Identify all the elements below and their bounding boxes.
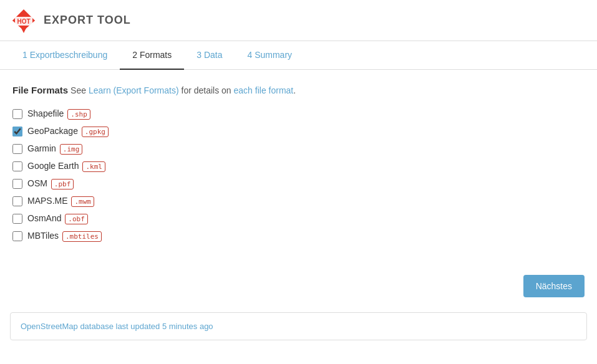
section-description: See Learn (Export Formats) for details o… (70, 85, 296, 95)
osmand-checkbox[interactable] (12, 214, 22, 224)
format-name: MBTiles (27, 231, 59, 241)
format-badge: .kml (82, 161, 105, 172)
hot-logo-icon: HOT (10, 7, 37, 34)
button-row: Nächstes (0, 265, 597, 307)
shapefile-label[interactable]: Shapefile .shp (27, 108, 90, 120)
osm-label[interactable]: OSM .pbf (27, 178, 74, 189)
svg-marker-4 (21, 28, 26, 33)
format-name: MAPS.ME (27, 196, 68, 206)
tab-exportbeschreibung[interactable]: 1 Exportbeschreibung (10, 41, 120, 70)
osmand-label[interactable]: OsmAnd .obf (27, 213, 88, 224)
formats-content: File Formats See Learn (Export Formats) … (0, 70, 597, 260)
format-badge: .mbtiles (62, 231, 102, 242)
app-header: HOT EXPORT TOOL (0, 0, 597, 41)
mbtiles-checkbox[interactable] (12, 231, 22, 241)
format-badge: .obf (65, 214, 88, 224)
learn-link[interactable]: Learn (Export Formats) (89, 85, 179, 95)
section-title: File Formats (12, 85, 68, 95)
osm-checkbox[interactable] (12, 179, 22, 189)
status-text: OpenStreetMap database last updated 5 mi… (21, 322, 213, 331)
format-badge: .gpkg (82, 127, 109, 137)
format-name: Garmin (27, 143, 56, 153)
format-list: Shapefile .shp GeoPackage .gpkg Garmin .… (12, 105, 585, 245)
geopackage-checkbox[interactable] (12, 127, 22, 136)
tab-summary[interactable]: 4 Summary (235, 41, 304, 70)
app-title: EXPORT TOOL (44, 14, 131, 27)
garmin-checkbox[interactable] (12, 144, 22, 154)
format-name: GeoPackage (27, 126, 78, 136)
mbtiles-label[interactable]: MBTiles .mbtiles (27, 231, 102, 242)
list-item: Shapefile .shp (12, 105, 585, 123)
list-item: OSM .pbf (12, 175, 585, 193)
list-item: Google Earth .kml (12, 158, 585, 175)
format-name: Shapefile (27, 108, 64, 118)
format-badge: .img (60, 144, 83, 155)
desc-middle: for details on (179, 85, 234, 95)
format-badge: .mwm (71, 196, 94, 207)
status-bar: OpenStreetMap database last updated 5 mi… (10, 312, 587, 340)
list-item: OsmAnd .obf (12, 210, 585, 228)
garmin-label[interactable]: Garmin .img (27, 143, 82, 155)
format-badge: .pbf (51, 179, 74, 189)
google-earth-label[interactable]: Google Earth .kml (27, 161, 105, 172)
mapsme-label[interactable]: MAPS.ME .mwm (27, 196, 94, 207)
each-format-link[interactable]: each file format (234, 85, 294, 95)
list-item: GeoPackage .gpkg (12, 123, 585, 140)
desc-prefix: See (70, 85, 89, 95)
geopackage-label[interactable]: GeoPackage .gpkg (27, 126, 109, 137)
desc-suffix: . (293, 85, 296, 95)
main-content: 1 Exportbeschreibung 2 Formats 3 Data 4 … (0, 41, 597, 364)
svg-text:HOT: HOT (17, 17, 30, 24)
list-item: MAPS.ME .mwm (12, 193, 585, 210)
format-badge: .shp (67, 109, 90, 120)
tab-bar: 1 Exportbeschreibung 2 Formats 3 Data 4 … (0, 41, 597, 70)
mapsme-checkbox[interactable] (12, 196, 22, 206)
format-name: Google Earth (27, 161, 79, 171)
tab-data[interactable]: 3 Data (184, 41, 235, 70)
tab-formats[interactable]: 2 Formats (120, 41, 184, 70)
section-header: File Formats See Learn (Export Formats) … (12, 85, 585, 95)
format-name: OSM (27, 178, 47, 188)
list-item: MBTiles .mbtiles (12, 228, 585, 245)
shapefile-checkbox[interactable] (12, 109, 22, 119)
format-name: OsmAnd (27, 213, 61, 223)
list-item: Garmin .img (12, 140, 585, 158)
logo-container: HOT EXPORT TOOL (10, 7, 131, 34)
next-button[interactable]: Nächstes (523, 275, 585, 297)
google-earth-checkbox[interactable] (12, 161, 22, 171)
